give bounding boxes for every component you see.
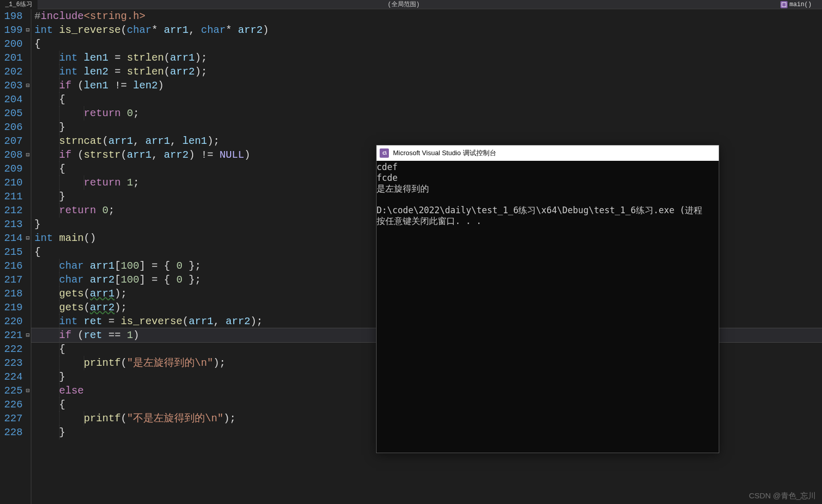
line-number: 211 [0,190,23,203]
line-number: 206 [0,120,23,134]
line-number: 202 [0,65,23,79]
scope-label: (全局范围) [388,1,420,8]
line-number: 204 [0,92,23,106]
function-icon [780,1,788,8]
line-number: 208 [0,148,23,162]
line-number: 221 [0,328,23,342]
line-number: 220 [0,314,23,328]
code-line[interactable]: return 0; [31,106,822,120]
vs-icon: C\ [380,148,389,158]
fold-toggle-icon[interactable]: ⊟ [25,234,31,242]
watermark-text: CSDN @青色_忘川 [749,491,816,501]
line-number: 219 [0,301,23,314]
code-line[interactable]: if (len1 != len2) [31,79,822,92]
code-line[interactable]: int len1 = strlen(arr1); [31,51,822,65]
line-number: 222 [0,342,23,356]
top-bar: _1_6练习 (全局范围) main() [0,0,822,9]
file-tab[interactable]: _1_6练习 [0,0,38,9]
scope-dropdown[interactable]: (全局范围) [382,0,426,9]
fold-toggle-icon[interactable]: ⊟ [25,26,31,34]
line-number: 214 [0,231,23,245]
line-number: 228 [0,425,23,439]
line-number: 216 [0,259,23,273]
line-number: 199 [0,23,23,37]
fold-toggle-icon[interactable]: ⊟ [25,331,31,339]
line-number: 201 [0,51,23,65]
line-number: 227 [0,412,23,425]
code-editor[interactable]: 1981992002012022032042052062072082092102… [0,9,822,504]
fold-toggle-icon[interactable]: ⊟ [25,151,31,159]
line-number: 218 [0,287,23,301]
line-number: 198 [0,9,23,23]
console-title-text: Microsoft Visual Studio 调试控制台 [393,148,496,158]
code-line[interactable]: #include<string.h> [31,9,822,23]
line-number: 209 [0,162,23,176]
line-number: 207 [0,134,23,148]
code-line[interactable]: int len2 = strlen(arr2); [31,65,822,79]
line-number: 217 [0,273,23,287]
debug-console-window[interactable]: C\ Microsoft Visual Studio 调试控制台 cdef fc… [376,145,719,453]
line-number: 215 [0,245,23,259]
line-number: 213 [0,217,23,231]
line-number: 212 [0,203,23,217]
svg-rect-0 [782,3,786,7]
fold-toggle-icon[interactable]: ⊟ [25,82,31,89]
fold-toggle-icon[interactable]: ⊟ [25,387,31,395]
function-dropdown[interactable]: main() [770,1,822,8]
line-number: 200 [0,37,23,51]
line-number: 224 [0,370,23,384]
line-number: 223 [0,356,23,370]
line-number: 210 [0,176,23,190]
code-line[interactable]: } [31,120,822,134]
code-line[interactable]: { [31,37,822,51]
code-line[interactable]: { [31,92,822,106]
line-number-gutter: 1981992002012022032042052062072082092102… [0,9,25,504]
line-number: 203 [0,79,23,92]
line-number: 225 [0,384,23,398]
line-number: 226 [0,398,23,412]
function-label: main() [790,1,812,8]
file-tab-label: _1_6练习 [5,0,32,9]
console-titlebar[interactable]: C\ Microsoft Visual Studio 调试控制台 [377,145,719,161]
line-number: 205 [0,106,23,120]
console-output: cdef fcde 是左旋得到的 D:\code\2022\daily\test… [377,161,719,227]
code-line[interactable]: int is_reverse(char* arr1, char* arr2) [31,23,822,37]
fold-column[interactable]: ⊟⊟⊟⊟⊟⊟ [25,9,31,504]
